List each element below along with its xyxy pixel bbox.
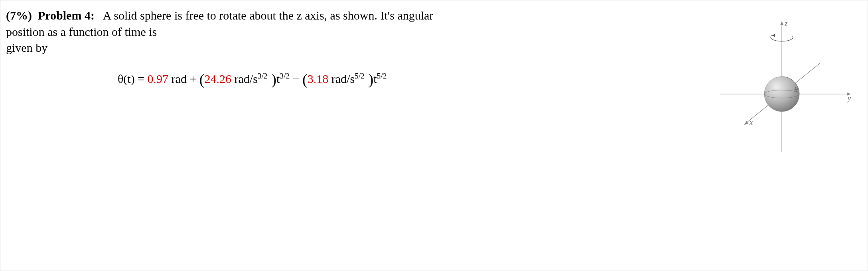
- eq-c0: 0.97: [148, 72, 169, 85]
- eq-c1: 24.26: [205, 72, 232, 85]
- eq-rparen2: ): [365, 71, 373, 88]
- problem-text-line2: given by: [6, 41, 47, 54]
- eq-lparen2: (: [302, 71, 308, 88]
- eq-t2: t: [373, 72, 377, 85]
- eq-minus: −: [290, 72, 302, 85]
- rotation-arrow: [772, 34, 775, 37]
- eq-rparen1: ): [268, 71, 276, 88]
- eq-c0-unit: rad +: [168, 72, 199, 85]
- axis-x-arrow: [744, 121, 748, 125]
- eq-t2-exp: 5/2: [377, 72, 387, 80]
- figure-svg: z y x θ: [708, 16, 856, 160]
- eq-c2-unit: rad/s: [328, 72, 355, 85]
- axis-y-label: y: [847, 94, 851, 102]
- eq-t1-exp: 3/2: [280, 72, 290, 80]
- eq-t1: t: [276, 72, 280, 85]
- problem-container: (7%) Problem 4: A solid sphere is free t…: [0, 0, 868, 271]
- eq-lhs: θ(t) =: [118, 72, 148, 85]
- eq-lparen1: (: [199, 71, 205, 88]
- axis-x-label: x: [749, 118, 753, 126]
- problem-weight: (7%): [6, 9, 32, 22]
- eq-c2: 3.18: [308, 72, 329, 85]
- problem-prompt: (7%) Problem 4: A solid sphere is free t…: [6, 8, 469, 56]
- problem-label: Problem 4:: [38, 9, 95, 22]
- sphere: [764, 77, 799, 112]
- eq-c1-unit: rad/s: [231, 72, 258, 85]
- eq-c2-exp: 5/2: [355, 72, 365, 80]
- axis-z-label: z: [784, 20, 787, 27]
- figure-sphere-axes: z y x θ: [708, 16, 856, 160]
- eq-c1-exp: 3/2: [258, 72, 268, 80]
- axis-z-arrow: [780, 21, 783, 25]
- theta-label: θ: [794, 86, 798, 94]
